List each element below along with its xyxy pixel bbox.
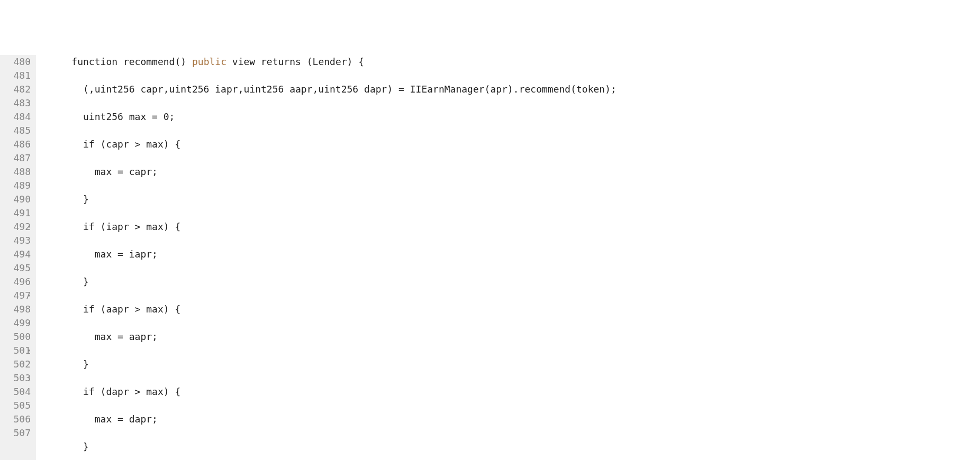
line-number-text: 485 bbox=[13, 124, 31, 137]
line-number-text: 500 bbox=[13, 330, 31, 344]
line-number-text: 488 bbox=[13, 165, 31, 179]
line-number[interactable]: 490 bbox=[6, 192, 31, 206]
code-line[interactable]: if (iapr > max) { bbox=[49, 220, 980, 234]
token: if (capr > max) { bbox=[83, 139, 180, 150]
line-number[interactable]: 504 bbox=[6, 385, 31, 399]
line-number-text: 506 bbox=[13, 412, 31, 426]
token: } bbox=[83, 358, 89, 370]
line-number[interactable]: 501▾ bbox=[6, 344, 31, 357]
line-number-text: 482 bbox=[13, 82, 31, 96]
token: if (aapr > max) { bbox=[83, 303, 180, 315]
line-number[interactable]: 485 bbox=[6, 124, 31, 137]
line-number[interactable]: 488 bbox=[6, 165, 31, 179]
token: } bbox=[83, 441, 89, 452]
line-number[interactable]: 487 bbox=[6, 151, 31, 165]
line-number[interactable]: 489▾ bbox=[6, 179, 31, 192]
fold-toggle-icon[interactable]: ▾ bbox=[26, 371, 32, 385]
code-line[interactable]: } bbox=[49, 357, 980, 371]
line-number[interactable]: 495 bbox=[6, 261, 31, 275]
token: max = iapr; bbox=[95, 249, 158, 260]
code-area[interactable]: function recommend() public view returns… bbox=[36, 55, 980, 460]
fold-toggle-icon[interactable]: ▾ bbox=[26, 137, 32, 151]
line-number[interactable]: 505 bbox=[6, 399, 31, 412]
line-number[interactable]: 499▾ bbox=[6, 316, 31, 330]
code-line[interactable]: } bbox=[49, 440, 980, 454]
code-line[interactable]: max = capr; bbox=[49, 165, 980, 179]
token: if (dapr > max) { bbox=[83, 386, 180, 397]
fold-toggle-icon[interactable]: ▾ bbox=[26, 220, 32, 234]
token: max = capr; bbox=[95, 166, 158, 177]
line-number-text: 491 bbox=[13, 206, 31, 220]
code-line[interactable]: max = iapr; bbox=[49, 247, 980, 261]
code-line[interactable]: function recommend() public view returns… bbox=[49, 55, 980, 69]
token: if (iapr > max) { bbox=[83, 221, 180, 232]
fold-toggle-icon[interactable]: ▾ bbox=[26, 316, 32, 330]
line-number[interactable]: 493 bbox=[6, 234, 31, 247]
line-number-gutter[interactable]: 480▾481482483▾484485486▾487488489▾490491… bbox=[0, 55, 36, 460]
line-number[interactable]: 481 bbox=[6, 69, 31, 82]
token: max = aapr; bbox=[95, 331, 158, 342]
token: } bbox=[83, 276, 89, 287]
token: } bbox=[83, 194, 89, 205]
code-line[interactable]: } bbox=[49, 275, 980, 289]
line-number-text: 495 bbox=[13, 261, 31, 275]
token: function bbox=[71, 56, 117, 67]
fold-toggle-icon[interactable]: ▾ bbox=[26, 55, 32, 69]
line-number[interactable]: 496 bbox=[6, 275, 31, 289]
fold-toggle-icon[interactable]: ▾ bbox=[26, 289, 32, 302]
line-number[interactable]: 494 bbox=[6, 247, 31, 261]
line-number-text: 498 bbox=[13, 302, 31, 316]
token: (,uint256 capr,uint256 iapr,uint256 aapr… bbox=[83, 84, 616, 95]
line-number[interactable]: 483▾ bbox=[6, 96, 31, 110]
line-number-text: 494 bbox=[13, 247, 31, 261]
line-number[interactable]: 491 bbox=[6, 206, 31, 220]
token: max = dapr; bbox=[95, 413, 158, 425]
line-number[interactable]: 480▾ bbox=[6, 55, 31, 69]
token: view returns (Lender) { bbox=[226, 56, 364, 67]
line-number-text: 505 bbox=[13, 399, 31, 412]
code-line[interactable]: max = dapr; bbox=[49, 412, 980, 426]
code-line[interactable]: max = aapr; bbox=[49, 330, 980, 344]
line-number[interactable]: 503▾ bbox=[6, 371, 31, 385]
fold-toggle-icon[interactable]: ▾ bbox=[26, 344, 32, 357]
line-number-text: 487 bbox=[13, 151, 31, 165]
code-line[interactable]: (,uint256 capr,uint256 iapr,uint256 aapr… bbox=[49, 82, 980, 96]
line-number[interactable]: 500 bbox=[6, 330, 31, 344]
line-number[interactable]: 502 bbox=[6, 357, 31, 371]
line-number-text: 504 bbox=[13, 385, 31, 399]
line-number[interactable]: 484 bbox=[6, 110, 31, 124]
line-number[interactable]: 482 bbox=[6, 82, 31, 96]
fold-toggle-icon[interactable]: ▾ bbox=[26, 96, 32, 110]
code-line[interactable]: if (aapr > max) { bbox=[49, 302, 980, 316]
line-number[interactable]: 492▾ bbox=[6, 220, 31, 234]
line-number-text: 496 bbox=[13, 275, 31, 289]
line-number[interactable]: 498 bbox=[6, 302, 31, 316]
fold-toggle-icon[interactable]: ▾ bbox=[26, 179, 32, 192]
line-number-text: 484 bbox=[13, 110, 31, 124]
token: recommend() bbox=[117, 56, 192, 67]
code-line[interactable]: if (dapr > max) { bbox=[49, 385, 980, 399]
line-number-text: 490 bbox=[13, 192, 31, 206]
token: public bbox=[192, 56, 226, 67]
code-editor[interactable]: 480▾481482483▾484485486▾487488489▾490491… bbox=[0, 55, 980, 460]
code-line[interactable]: } bbox=[49, 192, 980, 206]
token: uint256 max = 0; bbox=[83, 111, 175, 122]
line-number[interactable]: 486▾ bbox=[6, 137, 31, 151]
line-number-text: 502 bbox=[13, 357, 31, 371]
line-number-text: 493 bbox=[13, 234, 31, 247]
line-number[interactable]: 507 bbox=[6, 426, 31, 440]
code-line[interactable]: if (capr > max) { bbox=[49, 137, 980, 151]
line-number[interactable]: 506 bbox=[6, 412, 31, 426]
line-number[interactable]: 497▾ bbox=[6, 289, 31, 302]
line-number-text: 507 bbox=[13, 426, 31, 440]
code-line[interactable]: uint256 max = 0; bbox=[49, 110, 980, 124]
line-number-text: 481 bbox=[13, 69, 31, 82]
